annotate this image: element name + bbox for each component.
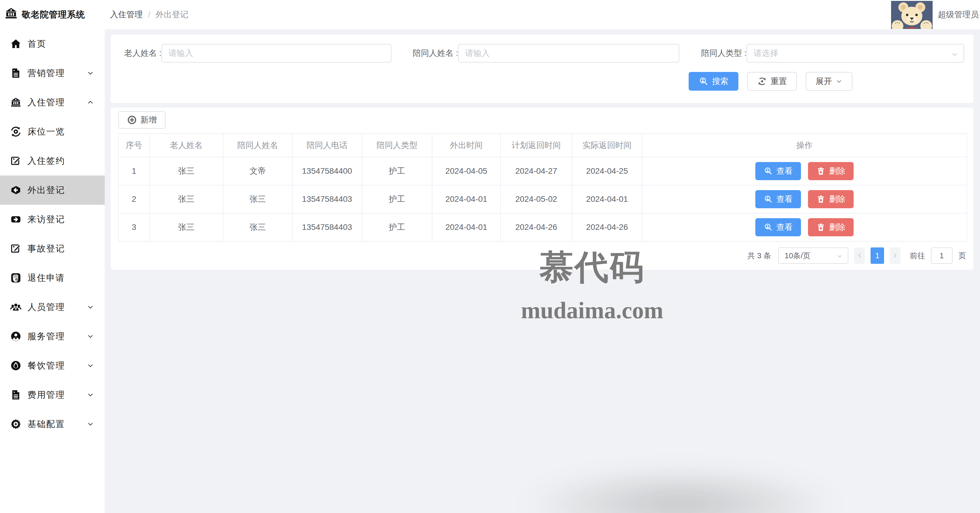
sidebar-item-marketing[interactable]: 营销管理 [0,59,105,88]
visit-icon [10,213,22,225]
cell-companion-phone: 13547584403 [292,185,362,213]
table-panel: 新增 序号 老人姓名 陪同人姓名 陪同人电话 陪同人类型 外出时间 计划返回时间 [111,108,974,270]
delete-button-label: 删除 [829,222,845,233]
breadcrumb: 入住管理 / 外出登记 [110,9,188,20]
cell-actual-return: 2024-04-25 [572,157,642,185]
username-label[interactable]: 超级管理员 [938,9,979,20]
sidebar-item-signing[interactable]: 入住签约 [0,146,105,175]
companion-type-input[interactable] [754,49,957,58]
add-button[interactable]: 新增 [118,111,165,129]
sidebar-item-label: 营销管理 [27,67,87,79]
sidebar-item-home[interactable]: 首页 [0,29,105,59]
sidebar-item-settings[interactable]: 基础配置 [0,410,105,439]
reset-button[interactable]: 重置 [747,72,797,91]
cell-companion-type: 护工 [362,213,432,241]
col-header: 计划返回时间 [501,133,572,157]
sidebar-item-checkout[interactable]: 退住申请 [0,263,105,292]
staff-icon [10,301,22,313]
pagination-total: 共 3 条 [748,251,771,261]
sidebar-item-label: 餐饮管理 [27,360,87,372]
sidebar-item-service[interactable]: 服务管理 [0,322,105,351]
cell-elder-name: 张三 [150,213,223,241]
chevron-up-icon [87,99,94,106]
sidebar-item-label: 退住申请 [27,272,97,284]
chevron-down-icon [87,70,94,76]
table-row: 2 张三 张三 13547584403 护工 2024-04-01 2024-0… [118,185,967,213]
col-header: 陪同人电话 [292,133,362,157]
chevron-down-icon [87,392,94,398]
goto-page-input[interactable] [931,248,953,264]
next-page-button[interactable] [890,248,900,264]
expand-button[interactable]: 展开 [806,72,853,91]
marketing-doc-icon [10,67,22,79]
elder-name-input[interactable] [169,49,384,58]
view-button[interactable]: 查看 [755,218,801,236]
companion-name-field [458,44,679,63]
view-button-label: 查看 [776,165,793,177]
sidebar-item-label: 入住签约 [27,155,97,167]
delete-button[interactable]: 删除 [808,218,854,236]
col-header: 陪同人姓名 [223,133,292,157]
avatar[interactable] [891,1,932,29]
search-button[interactable]: 搜索 [689,72,738,91]
cell-actions: 查看 删除 [642,157,967,185]
sidebar-item-accident[interactable]: 事故登记 [0,234,105,263]
cell-actual-return: 2024-04-01 [572,185,642,213]
sidebar-item-beds[interactable]: 床位一览 [0,117,105,146]
cell-actions: 查看 删除 [642,213,967,241]
refresh-icon [757,76,767,86]
chevron-down-icon [87,421,94,427]
search-panel: 老人姓名 : 陪同人姓名 : 陪同人类型 : [111,35,974,103]
col-header: 老人姓名 [150,133,223,157]
app-root: 入住管理 / 外出登记 超级管理员 [0,0,980,513]
sidebar-item-checkin[interactable]: 入住管理 [0,88,105,117]
signing-icon [10,155,22,167]
cell-planned-return: 2024-04-27 [501,157,572,185]
cell-actions: 查看 删除 [642,185,967,213]
sidebar-item-label: 来访登记 [27,213,97,226]
delete-button[interactable]: 删除 [808,162,854,180]
goto-label: 前往 [910,251,925,261]
elder-name-label: 老人姓名 : [118,48,161,59]
col-header: 序号 [118,133,150,157]
app-logo: 敬老院管理系统 [0,0,105,29]
trash-icon [816,222,826,232]
view-button[interactable]: 查看 [755,190,801,208]
sidebar-item-label: 基础配置 [27,418,87,430]
chevron-down-icon [836,253,843,262]
companion-name-label: 陪同人姓名 : [411,48,458,59]
cell-index: 3 [118,213,150,241]
bank-logo-icon [5,7,18,22]
sidebar-item-label: 费用管理 [27,389,87,401]
checkout-hand-icon [10,272,22,284]
cell-index: 1 [118,157,150,185]
col-header: 外出时间 [432,133,501,157]
page-size-select[interactable]: 10条/页 [778,248,848,264]
user-menu[interactable]: 超级管理员 [891,0,979,29]
companion-type-select[interactable] [746,44,964,63]
cell-outing-time: 2024-04-05 [432,157,501,185]
cell-index: 2 [118,185,150,213]
view-search-icon [764,222,773,232]
delete-button-label: 删除 [829,165,845,177]
page-bottom-shadow [468,454,892,513]
home-icon [10,38,22,50]
chevron-down-icon [951,50,958,60]
prev-page-button[interactable] [854,248,865,264]
pagination: 共 3 条 10条/页 1 前往 页 [118,248,966,264]
breadcrumb-separator: / [148,10,150,19]
view-button[interactable]: 查看 [755,162,801,180]
sidebar-item-fees[interactable]: 费用管理 [0,380,105,410]
breadcrumb-parent[interactable]: 入住管理 [110,9,143,20]
sidebar-item-staff[interactable]: 人员管理 [0,292,105,322]
companion-name-input[interactable] [465,49,672,58]
delete-button[interactable]: 删除 [808,190,854,208]
page-size-value: 10条/页 [784,251,810,261]
page-number-button[interactable]: 1 [870,248,884,264]
sidebar-item-outing[interactable]: 外出登记 [0,175,105,205]
sidebar-item-label: 人员管理 [27,301,87,313]
page-unit-label: 页 [958,251,966,261]
sidebar-item-visit[interactable]: 来访登记 [0,205,105,234]
service-icon [10,330,22,342]
sidebar-item-dining[interactable]: 餐饮管理 [0,351,105,380]
